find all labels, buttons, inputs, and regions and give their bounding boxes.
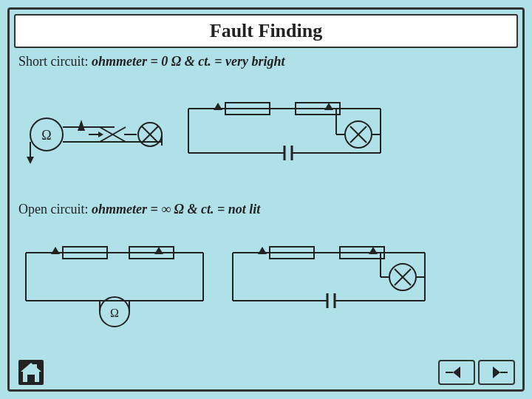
- svg-marker-18: [214, 103, 222, 110]
- content-area: Short circuit: ohmmeter = 0 Ω & ct. = ve…: [10, 48, 522, 355]
- short-circuit-diagrams: Ω: [18, 72, 514, 196]
- nav-arrows: [438, 360, 515, 385]
- home-icon[interactable]: [17, 358, 45, 386]
- svg-marker-35: [51, 247, 60, 254]
- page-title: Fault Finding: [210, 20, 322, 41]
- svg-marker-19: [324, 103, 333, 110]
- title-bar: Fault Finding: [14, 14, 518, 48]
- svg-marker-48: [258, 247, 267, 254]
- svg-text:Ω: Ω: [41, 128, 51, 143]
- svg-marker-8: [98, 132, 103, 137]
- forward-arrow[interactable]: [478, 360, 515, 385]
- open-circuit-diagram-1: Ω: [18, 234, 211, 330]
- svg-marker-49: [369, 247, 378, 254]
- open-circuit-diagrams: Ω: [18, 220, 514, 344]
- open-circuit-italic: ohmmeter = ∞ Ω & ct. = not lit: [92, 202, 260, 216]
- svg-rect-66: [27, 375, 35, 382]
- short-circuit-label: Short circuit: ohmmeter = 0 Ω & ct. = ve…: [18, 54, 514, 69]
- short-circuit-diagram-2: [181, 86, 388, 183]
- footer: [10, 355, 522, 389]
- svg-marker-36: [154, 247, 163, 254]
- svg-marker-3: [78, 120, 85, 131]
- open-circuit-diagram-2: [225, 234, 432, 330]
- short-circuit-italic: ohmmeter = 0 Ω & ct. = very bright: [92, 54, 284, 69]
- open-circuit-plain: Open circuit:: [18, 202, 92, 216]
- open-circuit-label: Open circuit: ohmmeter = ∞ Ω & ct. = not…: [18, 202, 514, 217]
- svg-marker-16: [27, 157, 34, 164]
- short-circuit-plain: Short circuit:: [18, 54, 92, 69]
- svg-rect-67: [33, 364, 37, 370]
- svg-marker-69: [453, 366, 460, 378]
- svg-marker-72: [493, 366, 500, 378]
- back-arrow[interactable]: [438, 360, 475, 385]
- main-container: Fault Finding Short circuit: ohmmeter = …: [7, 7, 525, 392]
- short-circuit-diagram-1: Ω: [18, 86, 166, 183]
- svg-text:Ω: Ω: [110, 307, 119, 319]
